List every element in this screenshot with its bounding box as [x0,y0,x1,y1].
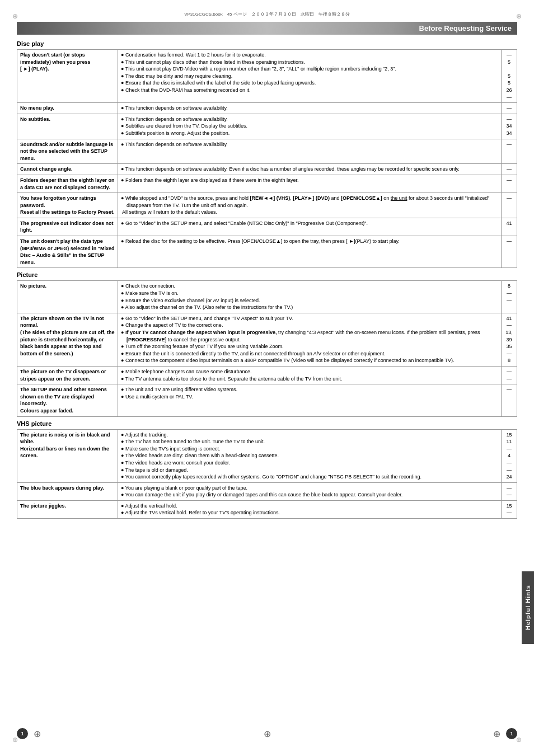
page-cell: — [502,103,517,114]
page-cell: — [502,236,517,268]
solution-item: Check the connection. [121,283,498,290]
issue-cell: No picture. [17,281,118,313]
table-row: Play doesn't start (or stops immediately… [17,50,517,103]
table-row: The progressive out indicator does not l… [17,218,517,236]
issue-cell: Cannot change angle. [17,164,118,175]
table-row: The picture on the TV disappears or stri… [17,366,517,384]
solution-cell: While stopped and "DVD" is the source, p… [118,193,502,218]
solution-cell: You are playing a blank or poor quality … [118,482,502,500]
page-indicator-left: 1 [17,728,28,739]
page-cell: —55526— [502,50,517,103]
corner-mark-tl: ⊕ [12,12,18,20]
solution-item: This function depends on software availa… [121,116,498,123]
solution-item: Go to "Video" in the SETUP menu, and cha… [121,315,498,322]
issue-cell: No subtitles. [17,114,118,139]
solution-item: Ensure that the unit is connected direct… [121,350,498,358]
solution-item: This unit cannot play DVD-Video with a r… [121,65,498,73]
top-meta: VP31GCGCS.book 45 ページ ２００３年７月３０日 水曜日 午後８… [17,11,517,17]
solution-item: The video heads are worn: consult your d… [121,459,498,467]
solution-cell: Reload the disc for the setting to be ef… [118,236,502,268]
solution-cell: This function depends on software availa… [118,139,502,164]
page-cell: 41 [502,218,517,236]
issue-text: Play doesn't start (or stops immediately… [20,52,91,72]
table-row: No picture. Check the connection. Make s… [17,281,517,313]
solution-cell: This function depends on software availa… [118,103,502,114]
picture-table: No picture. Check the connection. Make s… [17,280,517,416]
issue-cell: The picture jiggles. [17,500,118,518]
table-row: You have forgotten your ratings password… [17,193,517,218]
solution-item: While stopped and "DVD" is the source, p… [121,195,498,209]
solution-item: Adjust the tracking. [121,431,498,439]
issue-cell: The picture is noisy or is in black and … [17,429,118,482]
solution-item: Adjust the TVs vertical hold. Refer to y… [121,509,498,516]
solution-cell: This function depends on software availa… [118,164,502,175]
page-cell: —3434 [502,114,517,139]
page: ⊕ ⊕ ⊕ ⊕ VP31GCGCS.book 45 ページ ２００３年７月３０日… [0,0,534,756]
solution-item: Reload the disc for the setting to be ef… [121,238,498,245]
cross-mark-right: ⊕ [493,729,500,739]
issue-cell: The progressive out indicator does not l… [17,218,118,236]
solution-item: The video heads are dirty: clean them wi… [121,452,498,459]
solution-item: The disc may be dirty and may require cl… [121,73,498,80]
page-cell: 1511—4——24 [502,429,517,482]
solution-item: Condensation has formed: Wait 1 to 2 hou… [121,51,498,59]
solution-item: Turn off the zooming feature of your TV … [121,343,498,350]
solution-item: This function depends on software availa… [121,105,498,112]
table-row: The picture is noisy or is in black and … [17,429,517,482]
solution-item: The unit and TV are using different vide… [121,386,498,393]
solution-item: Ensure the video exclusive channel (or A… [121,297,498,304]
page-cell: — [502,175,517,192]
solution-item: Go to "Video" in the SETUP menu, and sel… [121,220,498,227]
table-row: Soundtrack and/or subtitle language is n… [17,139,517,164]
solution-cell: Mobile telephone chargers can cause some… [118,366,502,384]
solution-item: Change the aspect of TV to the correct o… [121,322,498,329]
table-row: No subtitles. This function depends on s… [17,114,517,139]
solution-item: This function depends on software availa… [121,166,498,173]
cross-mark-left: ⊕ [34,729,41,739]
table-row: No menu play. This function depends on s… [17,103,517,114]
table-row: The picture jiggles. Adjust the vertical… [17,500,517,518]
page-cell: 15— [502,500,517,518]
table-row: Cannot change angle. This function depen… [17,164,517,175]
issue-cell: No menu play. [17,103,118,114]
solution-cell: Condensation has formed: Wait 1 to 2 hou… [118,50,502,103]
table-row: Folders deeper than the eighth layer on … [17,175,517,192]
page-cell: — [502,139,517,164]
issue-cell: The picture shown on the TV is not norma… [17,313,118,366]
table-row: The unit doesn't play the data type (MP3… [17,236,517,268]
solution-item: The TV has not been tuned to the unit. T… [121,438,498,445]
issue-cell: The SETUP menu and other screens shown o… [17,384,118,416]
issue-cell: The picture on the TV disappears or stri… [17,366,118,384]
solution-item: Make sure the TV is on. [121,290,498,297]
issue-cell: The unit doesn't play the data type (MP3… [17,236,118,268]
disc-play-section-title: Disc play [17,40,517,47]
solution-item: Subtitles are cleared from the TV. Displ… [121,123,498,130]
page-cell: — [502,164,517,175]
solution-cell: Adjust the vertical hold. Adjust the TVs… [118,500,502,518]
solution-cell: Go to "Video" in the SETUP menu, and cha… [118,313,502,366]
table-row: The blue back appears during play. You a… [17,482,517,500]
helpful-hints-label: Helpful Hints [522,571,534,644]
solution-cell: Check the connection. Make sure the TV i… [118,281,502,313]
issue-cell: The blue back appears during play. [17,482,118,500]
solution-item: The tape is old or damaged. [121,467,498,474]
issue-cell: Play doesn't start (or stops immediately… [17,50,118,103]
solution-item: The TV antenna cable is too close to the… [121,375,498,383]
solution-cell: The unit and TV are using different vide… [118,384,502,416]
page-cell: —— [502,482,517,500]
solution-item: You are playing a blank or poor quality … [121,485,498,492]
cross-mark-center: ⊕ [264,729,271,739]
table-row: The picture shown on the TV is not norma… [17,313,517,366]
table-row: The SETUP menu and other screens shown o… [17,384,517,416]
issue-cell: Folders deeper than the eighth layer on … [17,175,118,192]
solution-item: Check that the DVD-RAM has something rec… [121,87,498,94]
page-cell: — [502,193,517,218]
issue-cell: You have forgotten your ratings password… [17,193,118,218]
page-indicator-right: 1 [506,728,517,739]
page-cell: 8—— [502,281,517,313]
solution-item: Subtitle's position is wrong. Adjust the… [121,130,498,137]
vhs-section-title: VHS picture [17,420,517,427]
vhs-table: The picture is noisy or is in black and … [17,429,517,519]
solution-cell: This function depends on software availa… [118,114,502,139]
solution-note: All settings will return to the default … [121,209,498,216]
